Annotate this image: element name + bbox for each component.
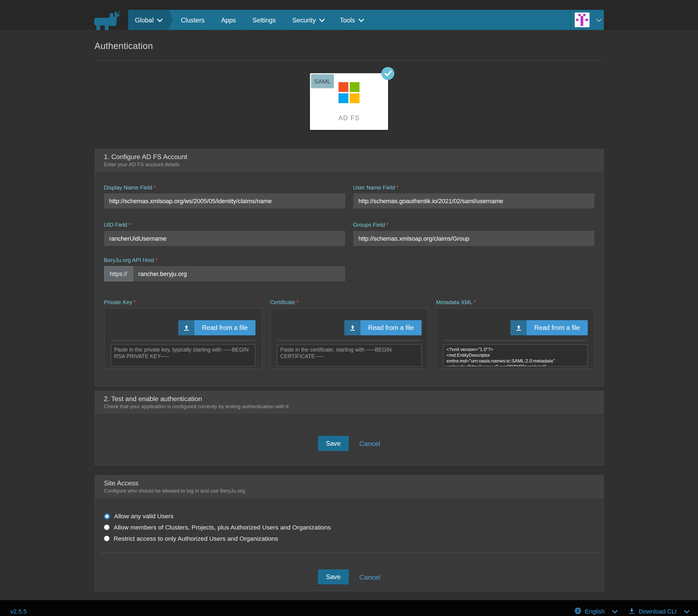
nav-label: Apps: [221, 16, 236, 24]
section-site-access: Site Access Configure who should be allo…: [95, 475, 603, 591]
certificate-panel: Read from a file: [270, 308, 428, 369]
section-subtitle: Enter your AD FS account details: [104, 162, 594, 167]
nav-spacer: [369, 10, 570, 30]
field-user-name: User Name Field*: [353, 184, 594, 209]
section-header: 1. Configure AD FS Account Enter your AD…: [95, 149, 603, 172]
upload-icon: [178, 320, 194, 335]
chevron-down-icon: [359, 16, 364, 22]
nav-label: Settings: [252, 16, 276, 24]
user-menu[interactable]: [570, 10, 604, 30]
radio-option-allow-members[interactable]: Allow members of Clusters, Projects, plu…: [104, 524, 594, 531]
section-configure-account: 1. Configure AD FS Account Enter your AD…: [95, 149, 603, 386]
certificate-textarea[interactable]: [277, 344, 421, 367]
nav-label: Tools: [340, 16, 355, 24]
nav-item-settings[interactable]: Settings: [246, 10, 282, 30]
button-label: Read from a file: [360, 320, 421, 335]
read-from-file-button[interactable]: Read from a file: [511, 320, 587, 335]
rancher-logo-icon[interactable]: [93, 11, 121, 30]
download-icon: [628, 607, 635, 615]
download-cli-menu[interactable]: Download CLI: [628, 607, 688, 615]
page-title: Authentication: [95, 41, 603, 52]
language-label: English: [585, 608, 605, 615]
required-marker: *: [155, 257, 158, 263]
section-header: Site Access Configure who should be allo…: [95, 476, 603, 498]
provider-name: AD FS: [338, 114, 360, 122]
nav-item-clusters[interactable]: Clusters: [174, 10, 211, 30]
radio-button[interactable]: [104, 536, 109, 541]
top-bar: Global Clusters Apps Settings Security T…: [0, 0, 698, 30]
radio-option-restrict[interactable]: Restrict access to only Authorized Users…: [104, 535, 594, 542]
field-uid: UID Field*: [104, 222, 345, 246]
footer: v2.5.5 English Download CLI: [0, 600, 698, 616]
nav-item-apps[interactable]: Apps: [214, 10, 242, 30]
provider-card-adfs[interactable]: SAML AD FS: [310, 73, 388, 130]
section-header: 2. Test and enable authentication Check …: [95, 391, 603, 414]
field-label: Private Key*: [104, 299, 262, 306]
nav-item-tools[interactable]: Tools: [333, 10, 369, 30]
section-test-authentication: 2. Test and enable authentication Check …: [95, 391, 603, 465]
chevron-down-icon: [612, 608, 618, 614]
section-title: 2. Test and enable authentication: [104, 395, 594, 403]
certificate-column: Certificate* Read from a file: [270, 299, 428, 369]
private-key-textarea[interactable]: [111, 344, 255, 367]
globe-icon: [574, 607, 581, 616]
chevron-down-icon: [684, 608, 689, 614]
groups-input[interactable]: [353, 231, 594, 246]
field-api-host: BeryJu.org API Host* https://: [104, 257, 345, 281]
microsoft-logo-icon: [338, 82, 360, 103]
avatar: [574, 13, 589, 27]
nav-label: Security: [292, 16, 316, 24]
required-marker: *: [296, 299, 299, 306]
radio-option-allow-any[interactable]: Allow any valid Users: [104, 513, 594, 520]
field-label: Certificate*: [270, 299, 428, 306]
read-from-file-button[interactable]: Read from a file: [345, 320, 421, 335]
panel-divider: [111, 340, 255, 341]
field-label: BeryJu.org API Host*: [104, 257, 345, 263]
nav-item-security[interactable]: Security: [285, 10, 330, 30]
radio-button[interactable]: [104, 513, 110, 519]
metadata-xml-panel: Read from a file <?xml version="1.0"?> <…: [436, 308, 594, 369]
required-marker: *: [128, 222, 130, 228]
section-title: Site Access: [104, 479, 594, 487]
language-selector[interactable]: English: [574, 607, 616, 616]
site-access-options: Allow any valid Users Allow members of C…: [95, 513, 603, 542]
field-label: User Name Field*: [353, 184, 594, 191]
cancel-link[interactable]: Cancel: [359, 440, 380, 447]
saml-badge: SAML: [311, 74, 334, 88]
field-label: Display Name Field*: [104, 184, 345, 191]
uid-input[interactable]: [104, 231, 345, 246]
required-marker: *: [386, 222, 389, 228]
save-button[interactable]: Save: [318, 436, 349, 451]
cancel-link[interactable]: Cancel: [359, 573, 380, 581]
radio-label: Allow members of Clusters, Projects, plu…: [114, 524, 331, 531]
api-host-input[interactable]: [133, 266, 345, 281]
required-marker: *: [474, 299, 476, 306]
radio-button[interactable]: [104, 524, 109, 530]
section-subtitle: Configure who should be allowed to log i…: [104, 488, 594, 494]
protocol-prefix: https://: [104, 266, 133, 281]
check-icon: [381, 67, 394, 80]
main-nav: Global Clusters Apps Settings Security T…: [128, 10, 604, 30]
radio-label: Allow any valid Users: [114, 513, 173, 520]
private-key-panel: Read from a file: [104, 308, 262, 369]
rancher-app: Global Clusters Apps Settings Security T…: [0, 0, 698, 616]
metadata-xml-column: Metadata XML* Read from a file: [436, 299, 594, 369]
field-display-name: Display Name Field*: [104, 184, 345, 209]
chevron-down-icon: [157, 16, 163, 22]
nav-label: Global: [135, 16, 154, 24]
save-button[interactable]: Save: [318, 569, 349, 584]
button-label: Read from a file: [527, 320, 587, 335]
field-label: Metadata XML*: [436, 299, 594, 306]
section-subtitle: Check that your application is configure…: [104, 404, 594, 409]
panel-divider: [277, 340, 421, 341]
field-label: Groups Field*: [353, 222, 594, 228]
version-link[interactable]: v2.5.5: [10, 608, 27, 615]
read-from-file-button[interactable]: Read from a file: [178, 320, 255, 335]
radio-label: Restrict access to only Authorized Users…: [114, 535, 278, 542]
nav-item-global[interactable]: Global: [128, 10, 169, 30]
download-cli-label: Download CLI: [639, 608, 676, 615]
section-title: 1. Configure AD FS Account: [104, 153, 594, 160]
metadata-xml-textarea[interactable]: <?xml version="1.0"?> <md:EntityDescript…: [443, 344, 587, 367]
user-name-input[interactable]: [353, 193, 594, 208]
display-name-input[interactable]: [104, 193, 345, 208]
